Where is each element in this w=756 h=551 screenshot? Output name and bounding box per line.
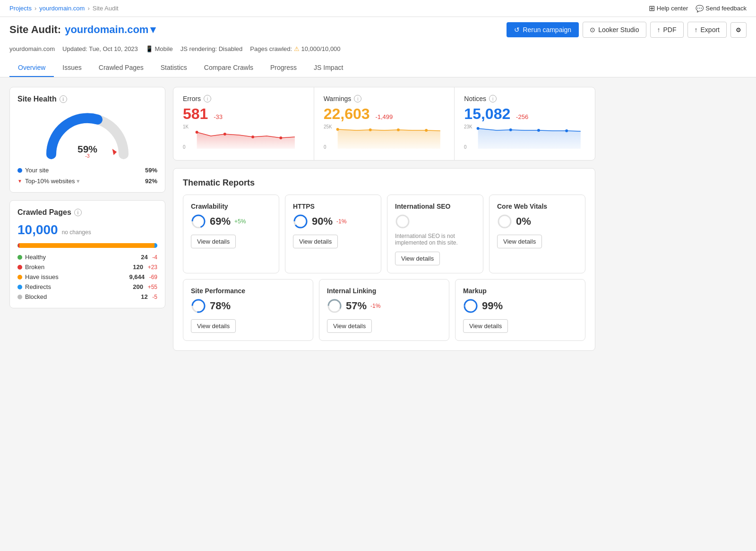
site-health-legend: Your site 59% ▼ Top-10% websites ▾ 92% xyxy=(17,167,157,185)
report-pct: 78% xyxy=(210,300,231,312)
your-site-row: Your site 59% xyxy=(17,167,157,174)
pages-legend: Healthy 24 -4 Broken 120 +23 Have issues… xyxy=(17,254,157,300)
view-details-button[interactable]: View details xyxy=(191,235,236,248)
report-title: HTTPS xyxy=(293,203,373,210)
notices-value-row: 15,082 -256 xyxy=(464,105,585,123)
top10-pct: 92% xyxy=(145,178,157,185)
tab-compare-crawls[interactable]: Compare Crawls xyxy=(196,59,262,77)
notices-value: 15,082 xyxy=(464,105,510,122)
circle-progress-icon xyxy=(497,214,512,229)
help-center-link[interactable]: ⊞ Help center xyxy=(649,4,688,13)
report-card-internal-linking: Internal Linking 57% -1% View details xyxy=(319,279,449,341)
pct-row: 57% -1% xyxy=(327,298,441,314)
report-card-international-seo: International SEO International SEO is n… xyxy=(387,195,483,273)
pct-row: 0% xyxy=(497,214,577,229)
errors-label: Errors i xyxy=(183,95,304,102)
warnings-value: 22,603 xyxy=(324,105,370,122)
site-health-card: Site Health i 59% -3 xyxy=(9,87,165,193)
pdf-button[interactable]: ↑ PDF xyxy=(650,22,684,38)
breadcrumb-current: Site Audit xyxy=(93,5,119,12)
tab-js-impact[interactable]: JS Impact xyxy=(305,59,352,77)
svg-point-19 xyxy=(537,129,540,132)
svg-marker-0 xyxy=(112,149,117,155)
settings-button[interactable]: ⚙ xyxy=(730,22,747,38)
view-details-button[interactable]: View details xyxy=(497,235,542,248)
errors-sparkline: 1K 0 xyxy=(183,123,304,151)
dot-Have issues xyxy=(17,275,22,280)
meta-pages: Pages crawled: ⚠ 10,000/10,000 xyxy=(250,45,340,52)
looker-studio-button[interactable]: ⊙ Looker Studio xyxy=(583,22,646,38)
report-title: Core Web Vitals xyxy=(497,203,577,210)
errors-value-row: 581 -33 xyxy=(183,105,304,123)
tab-issues[interactable]: Issues xyxy=(54,59,90,77)
tab-statistics[interactable]: Statistics xyxy=(152,59,196,77)
crawled-pages-info-icon[interactable]: i xyxy=(74,209,82,216)
top10-chevron-icon[interactable]: ▾ xyxy=(77,178,80,185)
report-change: -1% xyxy=(336,218,346,225)
svg-point-24 xyxy=(294,215,307,228)
pb-issues xyxy=(19,243,154,248)
warnings-change: -1,499 xyxy=(375,113,393,120)
report-pct: 69% xyxy=(210,215,231,228)
report-pct: 90% xyxy=(312,215,333,228)
circle-progress-icon xyxy=(327,298,342,314)
page-title: Site Audit: yourdomain.com ▾ xyxy=(9,24,155,36)
report-card-core-web-vitals: Core Web Vitals 0% View details xyxy=(489,195,585,273)
export-button[interactable]: ↑ Export xyxy=(687,22,727,38)
report-change: -1% xyxy=(370,303,380,309)
pdf-icon: ↑ xyxy=(657,26,661,34)
svg-point-34 xyxy=(464,300,477,312)
errors-value: 581 xyxy=(183,105,208,122)
header: Site Audit: yourdomain.com ▾ ↺ Rerun cam… xyxy=(0,17,756,77)
gauge-chart: 59% -3 xyxy=(40,109,135,161)
view-details-button[interactable]: View details xyxy=(463,319,508,333)
errors-info-icon[interactable]: i xyxy=(204,95,211,102)
warnings-info-icon[interactable]: i xyxy=(354,95,361,102)
help-icon: ⊞ xyxy=(649,4,655,13)
pct-row: 90% -1% xyxy=(293,214,373,229)
export-icon: ↑ xyxy=(695,26,698,34)
site-health-title: Site Health i xyxy=(17,95,157,103)
pages-row-broken: Broken 120 +23 xyxy=(17,263,157,271)
reports-grid-row1: Crawlability 69% +5% View details HTTPS … xyxy=(183,195,585,273)
svg-point-25 xyxy=(396,215,409,228)
gear-icon: ⚙ xyxy=(736,26,741,34)
metrics-row: Errors i 581 -33 1K 0 xyxy=(173,87,595,161)
meta-device: 📱 Mobile xyxy=(146,45,173,52)
view-details-button[interactable]: View details xyxy=(191,319,236,333)
svg-point-20 xyxy=(566,129,568,132)
crawled-count: 10,000 xyxy=(17,222,58,237)
svg-text:23K: 23K xyxy=(464,124,472,129)
notices-info-icon[interactable]: i xyxy=(489,95,497,102)
meta-js: JS rendering: Disabled xyxy=(180,45,243,52)
tab-crawled-pages[interactable]: Crawled Pages xyxy=(90,59,152,77)
circle-progress-icon xyxy=(191,298,206,314)
warning-icon: ⚠ xyxy=(294,45,300,52)
view-details-button[interactable]: View details xyxy=(395,252,440,265)
report-title: Site Performance xyxy=(191,287,305,295)
report-title: Internal Linking xyxy=(327,287,441,295)
svg-text:25K: 25K xyxy=(324,124,332,129)
pages-row-redirects: Redirects 200 +55 xyxy=(17,283,157,290)
send-feedback-link[interactable]: 💬 Send feedback xyxy=(696,5,747,12)
your-site-dot xyxy=(17,168,22,173)
rerun-campaign-button[interactable]: ↺ Rerun campaign xyxy=(507,22,579,37)
svg-text:0: 0 xyxy=(464,144,467,150)
svg-point-8 xyxy=(279,136,282,139)
tab-progress[interactable]: Progress xyxy=(262,59,305,77)
svg-point-5 xyxy=(196,131,198,134)
warnings-sparkline: 25K 0 xyxy=(324,123,445,151)
view-details-button[interactable]: View details xyxy=(293,235,338,248)
warnings-label: Warnings i xyxy=(324,95,445,102)
tab-overview[interactable]: Overview xyxy=(9,59,54,77)
breadcrumb-projects[interactable]: Projects xyxy=(9,5,32,12)
svg-text:0: 0 xyxy=(324,144,326,150)
dot-Blocked xyxy=(17,295,22,299)
domain-link[interactable]: yourdomain.com ▾ xyxy=(65,24,155,36)
svg-point-6 xyxy=(223,133,226,136)
site-health-info-icon[interactable]: i xyxy=(60,95,67,103)
view-details-button[interactable]: View details xyxy=(327,319,372,333)
chevron-down-icon: ▾ xyxy=(150,24,155,36)
breadcrumb-domain[interactable]: yourdomain.com xyxy=(39,5,85,12)
breadcrumb-sep2: › xyxy=(87,5,89,12)
